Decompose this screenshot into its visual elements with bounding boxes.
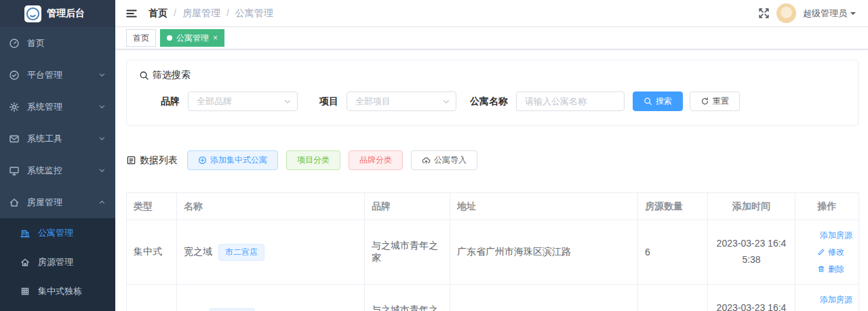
- active-dot-icon: [167, 35, 172, 41]
- sidebar-item-system[interactable]: 系统管理: [0, 91, 115, 123]
- add-room-link[interactable]: 添加房源: [817, 294, 852, 306]
- sidebar-item-label: 系统监控: [27, 165, 91, 177]
- cell-count: 8: [638, 285, 708, 311]
- brand-select[interactable]: 全部品牌: [188, 91, 298, 111]
- tab-label: 公寓管理: [176, 33, 209, 44]
- col-count: 房源数量: [638, 193, 708, 220]
- chevron-up-icon: [98, 199, 106, 206]
- cell-name: 寓素 市二宫店: [177, 285, 365, 311]
- breadcrumb-home[interactable]: 首页: [149, 7, 182, 20]
- project-category-button[interactable]: 项目分类: [286, 150, 340, 170]
- table-row: 集中式 宽之域 市二宫店 与之城市青年之家 广东省广州市海珠区滨江路 6 202…: [127, 220, 859, 285]
- sidebar-subitem-label: 公寓管理: [38, 227, 106, 239]
- navbar-right: 超级管理员: [758, 3, 856, 23]
- sidebar-submenu: 公寓管理 房源管理 集中式独栋: [0, 218, 115, 311]
- filter-card: 筛选搜索 品牌 全部品牌 项目 全部项目 公寓名称: [126, 60, 859, 126]
- gear-icon: [9, 102, 20, 112]
- sidebar-item-monitor[interactable]: 系统监控: [0, 154, 115, 186]
- refresh-icon: [701, 97, 709, 106]
- table-row: 分散式 寓素 市二宫店 与之城市青年之家 广东省广州市海珠区滨江中路 8 202…: [127, 285, 859, 311]
- home-icon: [20, 257, 31, 268]
- apartment-import-button[interactable]: 公寓导入: [411, 150, 477, 170]
- button-label: 项目分类: [297, 154, 330, 166]
- chevron-down-icon: [98, 135, 106, 142]
- fullscreen-icon[interactable]: [758, 7, 770, 19]
- store-tag: 市二宫店: [218, 244, 264, 261]
- list-icon: [126, 155, 136, 165]
- chevron-down-icon: [98, 71, 106, 79]
- hamburger-icon[interactable]: [125, 7, 138, 20]
- sidebar-item-label: 平台管理: [27, 69, 91, 81]
- col-time: 添加时间: [708, 193, 795, 220]
- cell-name: 宽之域 市二宫店: [177, 220, 365, 285]
- store-tag: 市二宫店: [209, 308, 255, 311]
- logo-area[interactable]: 管理后台: [0, 0, 115, 27]
- filter-title-label: 筛选搜索: [153, 69, 191, 81]
- breadcrumb-housing[interactable]: 房屋管理: [182, 7, 235, 20]
- user-menu[interactable]: 超级管理员: [803, 7, 856, 20]
- tag-view-bar: 首页 公寓管理: [115, 27, 868, 49]
- apartment-name: 宽之域: [184, 246, 212, 258]
- tab-home[interactable]: 首页: [126, 29, 156, 47]
- search-button[interactable]: 搜索: [633, 91, 683, 111]
- tab-apartment[interactable]: 公寓管理: [160, 29, 224, 47]
- reset-button[interactable]: 重置: [690, 91, 740, 111]
- button-label: 公寓导入: [434, 154, 467, 166]
- apartment-icon: [20, 228, 31, 239]
- edit-link[interactable]: 修改: [817, 247, 852, 258]
- search-icon: [139, 70, 149, 81]
- chevron-down-icon: [98, 103, 106, 110]
- grid-building-icon: [20, 286, 31, 297]
- platform-icon: [9, 70, 20, 81]
- brand-select-placeholder: 全部品牌: [197, 96, 283, 108]
- sidebar-subitem-centralized[interactable]: 集中式独栋: [0, 276, 115, 306]
- sidebar-menu: 首页 平台管理 系统管理 系统工具 系统监控: [0, 27, 115, 218]
- sidebar-item-label: 系统工具: [27, 133, 91, 145]
- plus-circle-icon: [198, 156, 207, 165]
- edit-icon: [817, 248, 825, 256]
- col-type: 类型: [127, 193, 177, 220]
- main-area: 首页 房屋管理 公寓管理 超级管理员 首页 公寓管理: [115, 0, 868, 311]
- chevron-down-icon: [98, 167, 106, 174]
- cell-address: 广东省广州市海珠区滨江中路: [450, 285, 638, 311]
- cell-brand: 与之城市青年之家: [365, 285, 450, 311]
- filter-title: 筛选搜索: [139, 69, 846, 81]
- breadcrumb-apartment: 公寓管理: [235, 7, 273, 20]
- username-label: 超级管理员: [803, 7, 847, 20]
- breadcrumb: 首页 房屋管理 公寓管理: [149, 7, 273, 20]
- sidebar-item-home[interactable]: 首页: [0, 27, 115, 59]
- list-title: 数据列表: [126, 154, 178, 167]
- button-label: 品牌分类: [359, 154, 392, 166]
- apartment-name-input[interactable]: [516, 91, 625, 111]
- tab-label: 首页: [133, 33, 149, 44]
- app-title: 管理后台: [47, 7, 85, 20]
- sidebar-item-housing[interactable]: 房屋管理: [0, 186, 115, 218]
- reset-button-label: 重置: [713, 96, 729, 107]
- sidebar-subitem-apartment[interactable]: 公寓管理: [0, 218, 115, 247]
- cell-time: 2023-03-23 16:45:38: [708, 285, 795, 311]
- sidebar-item-tools[interactable]: 系统工具: [0, 123, 115, 154]
- cell-brand: 与之城市青年之家: [365, 220, 450, 285]
- add-room-link[interactable]: 添加房源: [817, 230, 852, 241]
- monitor-icon: [9, 165, 20, 176]
- project-select[interactable]: 全部项目: [347, 91, 456, 111]
- table-header-row: 类型 名称 品牌 地址 房源数量 添加时间 操作: [127, 193, 859, 220]
- apartment-name-label: 公寓名称: [470, 96, 508, 108]
- sidebar-item-platform[interactable]: 平台管理: [0, 59, 115, 91]
- col-address: 地址: [450, 193, 638, 220]
- sidebar-subitem-rooms[interactable]: 房源管理: [0, 247, 115, 276]
- cell-actions: 添加房源 修改 删除: [795, 285, 859, 311]
- cell-actions: 添加房源 修改 删除: [795, 220, 859, 285]
- cell-count: 6: [638, 220, 708, 285]
- user-avatar[interactable]: [776, 3, 796, 23]
- page-content: 筛选搜索 品牌 全部品牌 项目 全部项目 公寓名称: [115, 49, 868, 311]
- delete-link[interactable]: 删除: [817, 264, 852, 275]
- sidebar-item-label: 系统管理: [27, 101, 91, 113]
- top-navbar: 首页 房屋管理 公寓管理 超级管理员: [115, 0, 868, 27]
- add-centralized-apartment-button[interactable]: 添加集中式公寓: [187, 150, 278, 170]
- project-select-placeholder: 全部项目: [355, 96, 442, 108]
- brand-category-button[interactable]: 品牌分类: [349, 150, 403, 170]
- mail-icon: [9, 133, 20, 144]
- close-icon[interactable]: [213, 34, 218, 42]
- search-icon: [644, 97, 652, 106]
